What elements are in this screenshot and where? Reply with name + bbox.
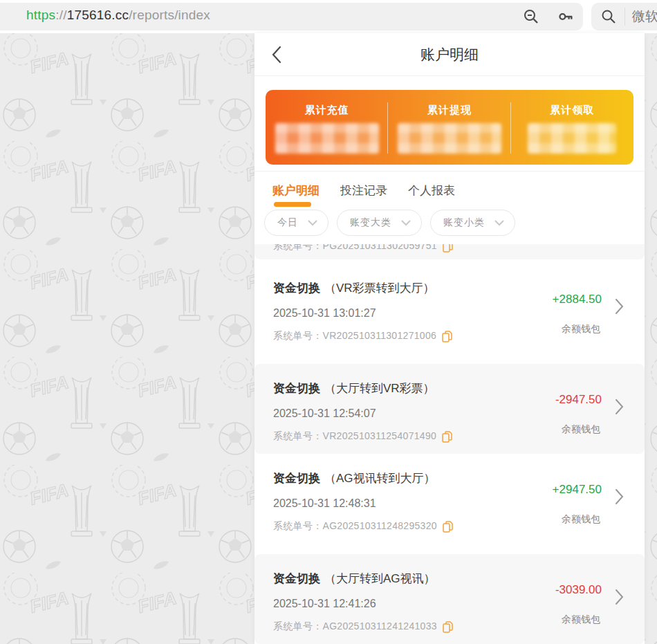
url-path: /reports/index (129, 8, 210, 22)
tabs: 账户明细 投注记录 个人报表 (255, 172, 645, 208)
active-tab-underline (274, 202, 311, 207)
transaction-row[interactable]: 资金切换（大厅转到AG视讯） 2025-10-31 12:41:26 系统单号：… (255, 554, 645, 644)
order-number: 系统单号：VR202510311254071490 (273, 430, 436, 443)
chevron-right-icon[interactable] (615, 488, 624, 508)
order-number: 系统单号：AG202510311241241033 (273, 620, 437, 633)
page-content: FIFA (0, 33, 657, 644)
blurred-value (528, 123, 616, 154)
browser-search-box[interactable]: 微软谷 (591, 3, 657, 30)
chevron-down-icon (308, 220, 317, 226)
url-scheme: https (26, 8, 55, 22)
order-number: 系统单号：PG202510311302059751 (273, 244, 437, 252)
transaction-row[interactable]: 资金切换（VR彩票转到大厅） 2025-10-31 13:01:27 系统单号：… (255, 264, 645, 360)
account-detail-panel: 账户明细 累计充值 累计提现 累计领取 (255, 33, 645, 644)
summary-col-claim: 累计领取 (511, 90, 633, 165)
copy-icon[interactable] (443, 621, 453, 633)
transaction-row-partial[interactable]: 系统单号：PG202510311302059751 (255, 244, 645, 259)
summary-col-deposit: 累计充值 (266, 90, 388, 165)
summary-label: 累计领取 (550, 104, 594, 117)
wallet-label: 余额钱包 (562, 513, 600, 526)
tab-account-detail[interactable]: 账户明细 (272, 183, 320, 208)
url-host: 175616.cc (67, 8, 129, 22)
blurred-value (398, 123, 501, 154)
summary-label: 累计提现 (427, 104, 472, 117)
summary-label: 累计充值 (305, 104, 349, 117)
search-icon (601, 9, 616, 24)
panel-header: 账户明细 (255, 33, 645, 76)
chevron-right-icon[interactable] (615, 589, 624, 608)
copy-icon[interactable] (443, 521, 453, 533)
transaction-time: 2025-10-31 12:54:07 (273, 407, 645, 420)
transaction-amount: -2947.50 (555, 393, 602, 407)
transaction-time: 2025-10-31 13:01:27 (273, 307, 645, 320)
order-number: 系统单号：AG202510311248295320 (273, 520, 437, 533)
key-icon[interactable] (557, 8, 574, 25)
filters: 今日 账变大类 账变小类 (255, 208, 645, 244)
transaction-time: 2025-10-31 12:48:31 (273, 497, 645, 510)
chevron-down-icon (494, 220, 504, 226)
page-title: 账户明细 (255, 45, 645, 64)
search-text: 微软谷 (624, 8, 657, 26)
transaction-time: 2025-10-31 12:41:26 (273, 598, 645, 610)
order-number: 系统单号：VR202510311301271006 (273, 330, 436, 342)
tab-bet-records[interactable]: 投注记录 (340, 183, 387, 208)
url-text[interactable]: https://175616.cc/reports/index (26, 8, 210, 23)
wallet-label: 余额钱包 (562, 423, 600, 436)
summary-section: 累计充值 累计提现 累计领取 (255, 76, 645, 172)
filter-date[interactable]: 今日 (264, 210, 328, 236)
filter-major-category[interactable]: 账变大类 (337, 210, 422, 236)
transaction-amount: +2947.50 (553, 483, 602, 497)
copy-icon[interactable] (443, 244, 453, 252)
chevron-right-icon[interactable] (615, 398, 624, 418)
tab-personal-report[interactable]: 个人报表 (408, 183, 455, 208)
transaction-row[interactable]: 资金切换（大厅转到VR彩票） 2025-10-31 12:54:07 系统单号：… (255, 364, 645, 454)
url-separator: :// (55, 8, 66, 22)
summary-card: 累计充值 累计提现 累计领取 (266, 90, 633, 165)
blurred-value (275, 123, 379, 154)
transaction-amount: +2884.50 (553, 293, 602, 306)
chevron-down-icon (401, 220, 411, 226)
copy-icon[interactable] (442, 431, 452, 443)
wallet-label: 余额钱包 (562, 614, 600, 626)
transaction-list: 系统单号：PG202510311302059751 资金切换（VR彩票转到大厅）… (255, 244, 645, 644)
copy-icon[interactable] (442, 331, 452, 342)
zoom-out-icon[interactable] (523, 8, 539, 25)
transaction-row[interactable]: 资金切换（AG视讯转到大厅） 2025-10-31 12:48:31 系统单号：… (255, 454, 645, 551)
wallet-label: 余额钱包 (562, 323, 600, 335)
transaction-amount: -3039.00 (555, 583, 602, 597)
browser-bar: https://175616.cc/reports/index 微软谷 (0, 0, 657, 33)
summary-col-withdraw: 累计提现 (388, 90, 510, 165)
chevron-right-icon[interactable] (615, 298, 624, 318)
filter-minor-category[interactable]: 账变小类 (430, 210, 515, 236)
